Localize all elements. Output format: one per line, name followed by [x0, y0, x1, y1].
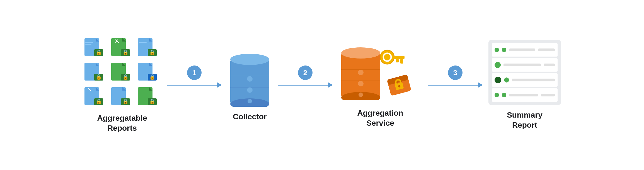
report-icon-5: 🔒 [110, 61, 132, 84]
svg-point-55 [359, 93, 363, 97]
report-icon-6: 🔒 [137, 61, 159, 84]
svg-point-46 [247, 87, 253, 93]
svg-rect-16 [139, 42, 147, 43]
aggregatable-reports-label: Aggregatable Reports [97, 113, 147, 133]
arrow-3-section: 3 [428, 65, 483, 88]
arrow-3 [428, 82, 483, 88]
report-icon-3: 🔒 [137, 37, 159, 59]
svg-text:🔒: 🔒 [122, 98, 129, 105]
svg-point-44 [230, 54, 269, 65]
collector-label: Collector [233, 112, 267, 122]
report-icon-8: 🔒 [110, 86, 132, 108]
report-icon-4: 🔒 [83, 61, 105, 84]
svg-point-52 [341, 47, 380, 59]
step-2-circle: 2 [298, 65, 313, 80]
svg-rect-62 [396, 59, 399, 62]
svg-text:🔒: 🔒 [96, 49, 102, 55]
reports-grid: 🔒 🔒 🔒 [83, 37, 161, 108]
svg-text:🔒: 🔒 [96, 98, 102, 105]
arrow-2-section: 2 [278, 65, 333, 88]
summary-row-2 [492, 58, 558, 72]
svg-text:🔒: 🔒 [149, 98, 156, 105]
svg-point-54 [358, 81, 364, 86]
report-icon-9: 🔒 [137, 86, 159, 108]
aggregation-cylinder [338, 42, 383, 100]
summary-report-component: Summary Report [488, 40, 561, 130]
arrow-2 [278, 82, 333, 88]
summary-row-3 [492, 73, 558, 87]
aggregation-service-visual [338, 42, 422, 103]
aggregation-service-label: Aggregation Service [357, 108, 403, 128]
summary-row-1 [492, 43, 558, 57]
report-icon-1: 🔒 [83, 37, 105, 59]
report-icon-2: 🔒 [110, 37, 132, 59]
key-icon [377, 47, 405, 75]
arrow-1-section: 1 [167, 65, 222, 88]
summary-report-label: Summary Report [507, 110, 543, 130]
svg-text:🔒: 🔒 [96, 74, 102, 80]
svg-text:🔒: 🔒 [122, 74, 129, 80]
svg-text:🔒: 🔒 [149, 49, 156, 55]
collector-cylinder [227, 48, 272, 107]
svg-point-53 [358, 70, 364, 75]
aggregation-service-component: Aggregation Service [338, 42, 422, 128]
svg-rect-5 [85, 44, 91, 45]
collector-component: Collector [227, 48, 272, 122]
main-diagram: 🔒 🔒 🔒 [0, 31, 644, 139]
svg-point-45 [247, 76, 253, 82]
step-3-circle: 3 [448, 65, 463, 80]
svg-rect-61 [400, 59, 403, 64]
summary-table-container [488, 40, 561, 105]
summary-row-4 [492, 88, 558, 102]
svg-point-47 [248, 99, 252, 103]
arrow-1 [167, 82, 222, 88]
report-icon-7: 🔒 [83, 86, 105, 108]
aggregatable-reports-component: 🔒 🔒 🔒 [83, 37, 161, 133]
svg-text:🔒: 🔒 [149, 74, 156, 80]
svg-text:🔒: 🔒 [122, 49, 129, 55]
svg-rect-60 [392, 56, 405, 59]
step-1-circle: 1 [187, 65, 202, 80]
svg-rect-4 [85, 42, 93, 43]
